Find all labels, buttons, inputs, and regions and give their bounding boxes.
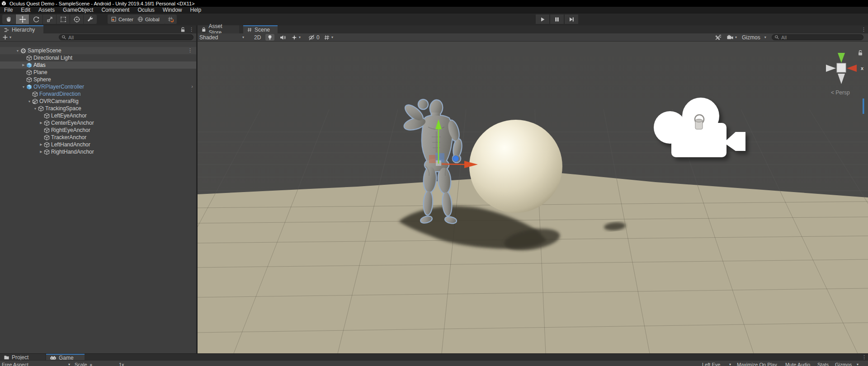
tab-hierarchy[interactable]: Hierarchy <box>0 25 43 33</box>
menu-assets[interactable]: Assets <box>34 7 59 14</box>
globe-icon <box>137 16 143 22</box>
move-axis-x[interactable] <box>442 164 465 164</box>
pause-button[interactable] <box>550 14 564 24</box>
hierarchy-item-Plane[interactable]: Plane <box>0 69 196 76</box>
eye-slash-icon <box>308 34 315 41</box>
hierarchy-item-label: ForwardDirection <box>39 91 80 97</box>
hierarchy-search-input[interactable]: All <box>59 34 193 40</box>
lock-icon[interactable] <box>180 27 186 33</box>
hierarchy-item-RightEyeAnchor[interactable]: RightEyeAnchor <box>0 127 196 134</box>
scene-effects-dropdown[interactable]: ▾ <box>291 33 301 41</box>
hierarchy-item-LeftEyeAnchor[interactable]: LeftEyeAnchor <box>0 112 196 119</box>
move-axis-z-dot[interactable] <box>453 156 459 162</box>
hierarchy-item-SampleScene[interactable]: ▼SampleScene⋮ <box>0 47 196 54</box>
row-menu-kebab[interactable]: ⋮ <box>188 47 193 53</box>
scene-camera-dropdown[interactable]: ▾ <box>726 33 737 41</box>
menu-help[interactable]: Help <box>186 7 206 14</box>
bottom-menu-kebab[interactable]: ⋮ <box>862 354 867 361</box>
hierarchy-item-Directional Light[interactable]: Directional Light <box>0 54 196 61</box>
menu-bar: FileEditAssetsGameObjectComponentOculusW… <box>0 7 868 14</box>
scene-grid-dropdown[interactable]: ▾ <box>324 33 333 41</box>
scale-slider[interactable]: ● <box>90 361 93 366</box>
tool-hand-button[interactable] <box>2 14 15 24</box>
create-object-button[interactable]: ▾ <box>2 33 11 41</box>
menu-gameobject[interactable]: GameObject <box>59 7 97 14</box>
chevron-down-icon: ▾ <box>331 35 333 39</box>
scene-tools-button[interactable] <box>714 33 721 41</box>
hierarchy-item-RightHandAnchor[interactable]: ▶RightHandAnchor <box>0 148 196 155</box>
tool-move-button[interactable] <box>16 14 29 24</box>
chevron-down-icon: ▾ <box>729 361 731 366</box>
chevron-collapsed-icon[interactable]: ▶ <box>38 150 44 154</box>
mute-audio-toggle[interactable]: Mute Audio <box>785 361 810 366</box>
cube-icon <box>44 149 51 155</box>
prefab-open-chevron[interactable]: › <box>191 84 193 89</box>
shading-mode-dropdown[interactable]: Shaded ▾ <box>199 33 247 41</box>
chevron-expanded-icon[interactable]: ▼ <box>33 107 38 110</box>
hierarchy-item-ForwardDirection[interactable]: ForwardDirection <box>0 90 196 98</box>
menu-window[interactable]: Window <box>159 7 186 14</box>
tab-project[interactable]: Project <box>0 354 45 361</box>
scene-audio-button[interactable] <box>279 33 286 41</box>
hierarchy-item-OVRCameraRig[interactable]: ▼OVRCameraRig <box>0 98 196 105</box>
gizmos-dropdown[interactable]: Gizmos ▾ <box>742 33 766 41</box>
chevron-expanded-icon[interactable]: ▼ <box>15 49 20 52</box>
tab-asset-store[interactable]: Asset Store <box>198 25 239 33</box>
chevron-down-icon: ▾ <box>9 35 11 39</box>
hierarchy-item-Sphere[interactable]: Sphere <box>0 76 196 83</box>
hierarchy-menu-kebab[interactable]: ⋮ <box>189 25 194 33</box>
chevron-collapsed-icon[interactable]: ▶ <box>38 143 44 146</box>
cube-icon <box>44 135 51 141</box>
menu-oculus[interactable]: Oculus <box>133 7 158 14</box>
step-button[interactable] <box>565 14 578 24</box>
tab-scene[interactable]: Scene <box>243 25 278 33</box>
scene-visibility-button[interactable]: 0 <box>308 33 320 41</box>
tab-game[interactable]: Game <box>46 354 85 361</box>
hierarchy-item-OVRPlayerController[interactable]: ▼OVRPlayerController› <box>0 83 196 90</box>
cube-icon <box>44 113 51 119</box>
menu-file[interactable]: File <box>0 7 17 14</box>
rect-tool-icon <box>60 16 67 23</box>
maximize-on-play-toggle[interactable]: Maximize On Play <box>737 361 777 366</box>
hierarchy-item-CenterEyeAnchor[interactable]: ▶CenterEyeAnchor <box>0 119 196 127</box>
search-placeholder: All <box>781 35 787 40</box>
hierarchy-item-LeftHandAnchor[interactable]: ▶LeftHandAnchor <box>0 141 196 148</box>
chevron-expanded-icon[interactable]: ▼ <box>27 100 32 103</box>
sphere-object[interactable] <box>469 120 562 213</box>
game-gizmos-dropdown[interactable]: Gizmos <box>835 361 852 366</box>
projection-toggle[interactable]: < Persp <box>831 89 850 96</box>
display-dropdown[interactable]: Left Eye <box>702 361 720 366</box>
hierarchy-item-Atlas[interactable]: ▶Atlas <box>0 61 196 69</box>
hierarchy-item-TrackingSpace[interactable]: ▼TrackingSpace <box>0 105 196 112</box>
chevron-collapsed-icon[interactable]: ▶ <box>21 63 26 67</box>
gamepad-icon <box>50 355 57 361</box>
toggle-2d-button[interactable]: 2D <box>253 34 262 41</box>
stats-toggle[interactable]: Stats <box>817 361 829 366</box>
chevron-expanded-icon[interactable]: ▼ <box>21 85 26 89</box>
tool-rotate-button[interactable] <box>29 14 42 24</box>
tool-custom-button[interactable] <box>84 14 97 24</box>
chevron-collapsed-icon[interactable]: ▶ <box>38 121 44 125</box>
aspect-dropdown[interactable]: Free Aspect <box>2 361 28 366</box>
menu-component[interactable]: Component <box>97 7 133 14</box>
menu-edit[interactable]: Edit <box>17 7 34 14</box>
scene-search-input[interactable]: All <box>772 34 863 40</box>
hierarchy-item-TrackerAnchor[interactable]: TrackerAnchor <box>0 134 196 141</box>
grid-snapping-button[interactable] <box>164 14 177 24</box>
axis-center-cube[interactable] <box>837 63 846 72</box>
scene-panel: Asset Store Scene ⋮ Shaded ▾ 2D <box>198 25 868 353</box>
scene-menu-kebab[interactable]: ⋮ <box>861 25 866 33</box>
space-toggle-button[interactable]: Global <box>134 14 165 24</box>
tool-scale-button[interactable] <box>43 14 56 24</box>
hierarchy-item-label: OVRPlayerController <box>33 84 84 90</box>
scene-lighting-button[interactable] <box>265 34 274 41</box>
cube-icon <box>26 70 33 75</box>
cube-icon <box>32 91 39 97</box>
tool-rect-button[interactable] <box>57 14 70 24</box>
axis-x-label: x <box>861 66 864 71</box>
scrollbar-thumb[interactable] <box>863 99 864 114</box>
play-button[interactable] <box>536 14 549 24</box>
search-icon <box>61 35 66 40</box>
tool-transform-button[interactable] <box>70 14 83 24</box>
scene-canvas[interactable]: y x < Persp <box>198 42 868 353</box>
